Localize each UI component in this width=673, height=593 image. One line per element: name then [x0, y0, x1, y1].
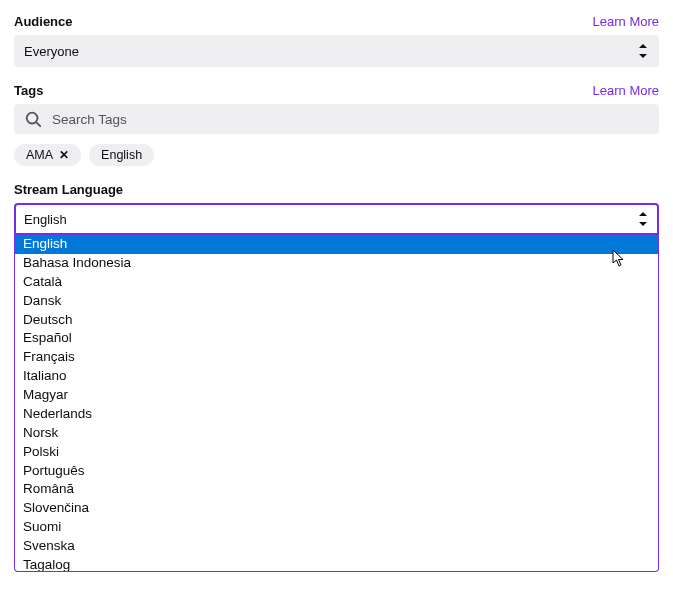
tag-label: AMA — [26, 148, 53, 162]
language-option[interactable]: Română — [15, 480, 658, 499]
stream-language-value: English — [24, 212, 67, 227]
audience-select[interactable]: Everyone — [14, 35, 659, 67]
language-option[interactable]: Slovenčina — [15, 499, 658, 518]
tag-pill[interactable]: English — [89, 144, 154, 166]
language-option[interactable]: Dansk — [15, 292, 658, 311]
audience-value: Everyone — [24, 44, 79, 59]
language-option[interactable]: Norsk — [15, 424, 658, 443]
tag-pill[interactable]: AMA✕ — [14, 144, 81, 166]
audience-learn-more-link[interactable]: Learn More — [593, 14, 659, 29]
language-option[interactable]: English — [15, 235, 658, 254]
stream-language-dropdown: EnglishBahasa IndonesiaCatalàDanskDeutsc… — [14, 235, 659, 572]
close-icon[interactable]: ✕ — [59, 148, 69, 162]
language-option[interactable]: Français — [15, 348, 658, 367]
audience-label: Audience — [14, 14, 73, 29]
svg-point-0 — [27, 113, 38, 124]
tags-label: Tags — [14, 83, 43, 98]
language-option[interactable]: Polski — [15, 443, 658, 462]
language-option[interactable]: Português — [15, 462, 658, 481]
language-option[interactable]: Català — [15, 273, 658, 292]
tags-search-box[interactable] — [14, 104, 659, 134]
language-option[interactable]: Italiano — [15, 367, 658, 386]
tags-row: AMA✕English — [14, 144, 659, 166]
stream-language-header: Stream Language — [14, 182, 659, 197]
stream-language-select[interactable]: English — [14, 203, 659, 235]
search-icon — [24, 110, 42, 128]
language-option[interactable]: Nederlands — [15, 405, 658, 424]
language-option[interactable]: Svenska — [15, 537, 658, 556]
language-option[interactable]: Deutsch — [15, 311, 658, 330]
stream-language-section: Stream Language English EnglishBahasa In… — [14, 182, 659, 572]
tags-search-input[interactable] — [50, 111, 649, 128]
tag-label: English — [101, 148, 142, 162]
tags-learn-more-link[interactable]: Learn More — [593, 83, 659, 98]
language-option[interactable]: Magyar — [15, 386, 658, 405]
chevron-updown-icon — [637, 211, 649, 227]
stream-language-option-list[interactable]: EnglishBahasa IndonesiaCatalàDanskDeutsc… — [15, 235, 658, 571]
tags-header: Tags Learn More — [14, 83, 659, 98]
audience-section: Audience Learn More Everyone — [14, 14, 659, 67]
chevron-updown-icon — [637, 43, 649, 59]
language-option[interactable]: Bahasa Indonesia — [15, 254, 658, 273]
language-option[interactable]: Español — [15, 329, 658, 348]
audience-header: Audience Learn More — [14, 14, 659, 29]
tags-section: Tags Learn More AMA✕English — [14, 83, 659, 166]
svg-line-1 — [37, 123, 41, 127]
language-option[interactable]: Suomi — [15, 518, 658, 537]
language-option[interactable]: Tagalog — [15, 556, 658, 571]
stream-language-label: Stream Language — [14, 182, 123, 197]
